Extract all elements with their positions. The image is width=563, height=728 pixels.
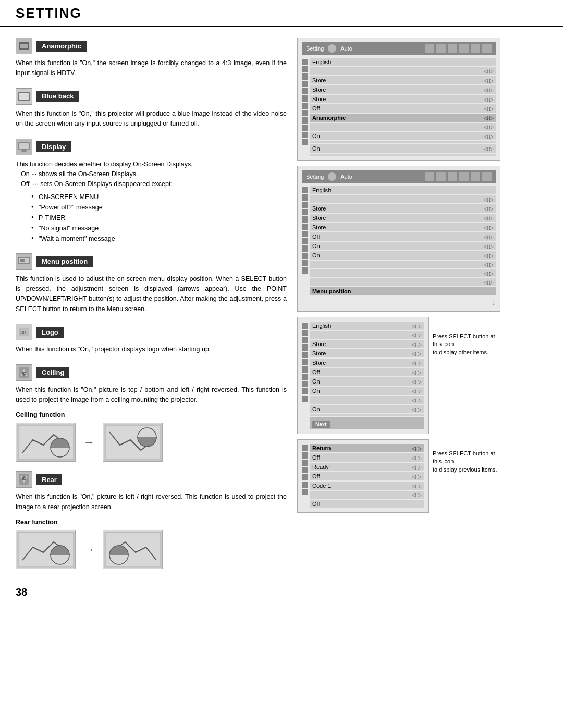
panel1-icon5 (471, 44, 480, 53)
panel-row: On ◁ ▷ (310, 132, 496, 140)
sidebar-icon (302, 474, 308, 480)
sidebar-icon (302, 452, 308, 459)
panel3-body: English ◁ ▷ ◁ ▷ Store ◁ ▷ Store (302, 322, 424, 429)
sidebar-icon-9 (302, 117, 308, 124)
panel-row-anamorphic: Anamorphic ◁ ▷ (310, 114, 496, 122)
panel1-header: Setting Auto (302, 42, 496, 55)
sidebar-icon (302, 366, 308, 373)
anamorphic-description: When this function is "On," the screen i… (16, 58, 287, 79)
panel2-header: Setting Auto (302, 170, 496, 183)
sidebar-icon (302, 467, 308, 473)
panel-row: On ◁ ▷ (310, 377, 424, 386)
panel2-icon5 (471, 172, 480, 181)
panel4-note: Press SELECT button at this icon to disp… (433, 450, 500, 474)
panel-row: Off ◁ ▷ (310, 104, 496, 113)
panel1-icon4 (459, 44, 469, 53)
display-options: On ··· shows all the On-Screen Displays.… (21, 169, 287, 244)
panel-row-next[interactable]: Next (310, 417, 424, 429)
display-header: Display (16, 139, 287, 155)
panel4-sidebar (302, 444, 308, 508)
panel2-icon4 (459, 172, 469, 181)
panel-row: Code 1 ◁ ▷ (310, 482, 424, 490)
sidebar-icon (302, 482, 308, 488)
rear-arrow: → (83, 543, 95, 557)
panel4-note-text: Press SELECT button at this icon (433, 450, 495, 464)
panel-row-return: Return ◁ ▷ (310, 444, 424, 452)
sidebar-icon (302, 238, 308, 244)
page-number-area: 38 (0, 578, 563, 598)
sidebar-icon-11 (302, 132, 308, 138)
svg-text:30: 30 (20, 330, 26, 335)
page-number: 38 (16, 586, 27, 598)
sidebar-icon-10 (302, 125, 308, 131)
panel-row: On ◁ ▷ (310, 144, 496, 153)
right-column: Setting Auto (297, 38, 500, 578)
ceiling-before-diagram (16, 423, 76, 462)
panel2-header-icons (425, 172, 492, 181)
panel1-setting-label: Setting (306, 45, 324, 52)
panel2-sidebar (302, 186, 308, 295)
panel-row: Store ◁ ▷ (310, 359, 424, 367)
content-wrapper: Anamorphic When this function is "On," t… (0, 38, 563, 578)
ui-panel-1: Setting Auto (297, 38, 500, 161)
panel-row: English (310, 58, 496, 66)
sidebar-icon-7 (302, 103, 308, 109)
sidebar-icon (302, 323, 308, 329)
panel-row (310, 141, 496, 143)
sidebar-icon (302, 260, 308, 266)
panel2-auto-label: Auto (340, 174, 352, 180)
panel1-auto-label: Auto (340, 45, 352, 52)
logo-title: Logo (36, 327, 64, 338)
sidebar-icon-3 (302, 73, 308, 80)
ui-panel-3: English ◁ ▷ ◁ ▷ Store ◁ ▷ Store (297, 317, 429, 434)
logo-icon: 30 (16, 324, 32, 340)
panel4-container: Return ◁ ▷ Off ◁ ▷ Ready ◁ ▷ Off (297, 439, 500, 513)
panel-row: Off ◁ ▷ (310, 453, 424, 462)
sidebar-icon (302, 224, 308, 230)
panel-row: On ◁ ▷ (310, 251, 496, 260)
ceiling-after-diagram (103, 423, 163, 462)
rear-header: Rear (16, 471, 287, 488)
menu-position-icon (16, 253, 32, 270)
panel1-sidebar (302, 58, 308, 156)
page-title: SETTING (16, 5, 547, 21)
ceiling-header: Ceiling (16, 364, 287, 381)
svg-rect-4 (19, 143, 29, 149)
sidebar-icon (302, 216, 308, 223)
panel3-note-text: Press SELECT button at this icon (433, 333, 495, 347)
panel3-note: Press SELECT button at this icon to disp… (433, 332, 500, 356)
ceiling-function-area: Ceiling function → (16, 411, 287, 462)
sidebar-icon (302, 267, 308, 274)
sidebar-icon (302, 231, 308, 237)
next-button[interactable]: Next (312, 421, 330, 428)
panel-row: Off (310, 500, 424, 508)
sidebar-icon (302, 489, 308, 495)
blue-back-title: Blue back (36, 91, 79, 102)
display-intro: This function decides whether to display… (16, 159, 287, 169)
blue-back-description: When this function is "On," this project… (16, 109, 287, 129)
sidebar-icon (302, 187, 308, 193)
rear-description: When this function is "On," picture is l… (16, 492, 287, 512)
list-item: P-TIMER (31, 213, 287, 223)
sidebar-icon-5 (302, 88, 308, 94)
sidebar-icon (302, 202, 308, 208)
panel1-icon1 (425, 44, 434, 53)
sidebar-icon (302, 445, 308, 451)
panel-row: Off ◁ ▷ (310, 368, 424, 376)
sidebar-icon (302, 374, 308, 380)
sidebar-icon (302, 209, 308, 215)
anamorphic-section: Anamorphic When this function is "On," t… (16, 38, 287, 79)
sidebar-icon (302, 396, 308, 402)
panel-row (310, 154, 496, 156)
panel1-icon (328, 44, 336, 53)
ceiling-icon (16, 364, 32, 381)
display-bullet-list: ON-SCREEN MENU "Power off?" message P-TI… (31, 192, 287, 244)
panel1-body: English ◁ ▷ Store ◁ ▷ Store ◁ ▷ (302, 58, 496, 156)
panel-row: English ◁ ▷ (310, 322, 424, 330)
ceiling-arrow: → (83, 436, 95, 449)
svg-rect-2 (19, 92, 29, 101)
rear-icon (16, 471, 32, 488)
menu-position-description: This function is used to adjust the on-s… (16, 274, 287, 315)
sidebar-icon (302, 330, 308, 336)
sidebar-icon-4 (302, 81, 308, 87)
